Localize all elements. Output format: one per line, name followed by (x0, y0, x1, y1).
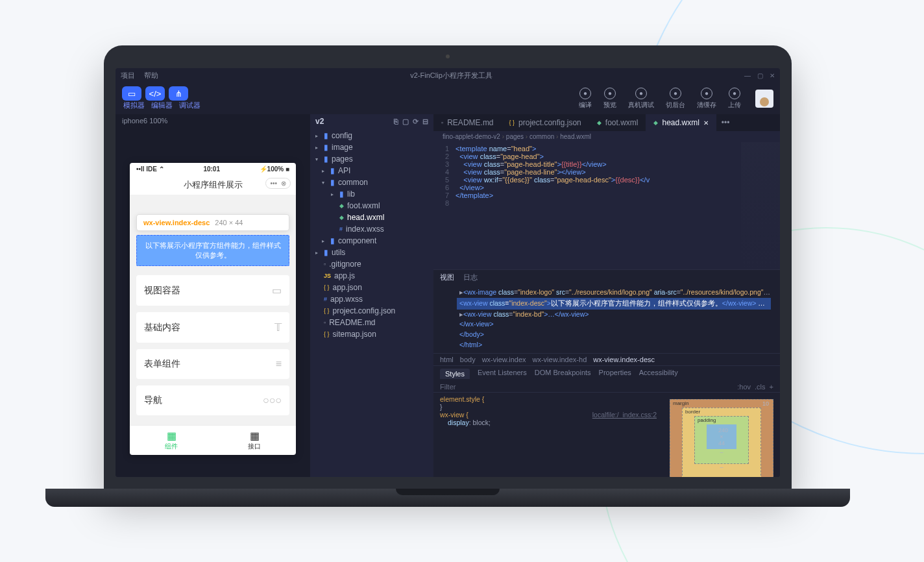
code-editor[interactable]: 1<template name="head">2 <view class="pa… (433, 142, 780, 269)
inspector-tooltip: wx-view.index-desc 240 × 44 (136, 214, 289, 231)
status-right: ⚡100% ■ (260, 165, 289, 173)
tree-item[interactable]: { }project.config.json (310, 305, 433, 317)
tree-item[interactable]: ▸▮image (310, 141, 433, 153)
dom-breadcrumb[interactable]: htmlbodywx-view.indexwx-view.index-hdwx-… (433, 353, 780, 366)
close-icon[interactable]: ✕ (770, 72, 775, 79)
new-folder-icon[interactable]: ▢ (402, 117, 409, 126)
tree-item[interactable]: ◆head.wxml (310, 212, 433, 223)
titlebar: 项目 帮助 v2-FinClip小程序开发工具 — ▢ ✕ (116, 68, 780, 82)
collapse-icon[interactable]: ⊟ (422, 117, 428, 126)
toolbar-action[interactable]: ●编译 (579, 88, 592, 110)
camera-dot (446, 55, 450, 58)
capsule-button[interactable]: •••⊗ (265, 178, 291, 189)
tree-item[interactable]: ▸▮component (310, 235, 433, 247)
tree-item[interactable]: ▸▮utils (310, 247, 433, 258)
avatar[interactable] (755, 90, 773, 108)
devtools-tab[interactable]: 视图 (440, 273, 454, 282)
status-time: 10:01 (203, 165, 220, 173)
refresh-icon[interactable]: ⟳ (413, 117, 419, 126)
mode-label: 编辑器 (151, 101, 173, 110)
tree-item[interactable]: #index.wxss (310, 223, 433, 235)
styles-tab[interactable]: Styles (440, 369, 470, 379)
toolbar-action[interactable]: ●清缓存 (697, 88, 716, 110)
add-rule[interactable]: + (770, 383, 773, 391)
tree-item[interactable]: ▫README.md (310, 317, 433, 328)
menu-project[interactable]: 项目 (121, 71, 135, 80)
more-icon[interactable]: ••• (716, 118, 735, 127)
tree-item[interactable]: ▾▮common (310, 177, 433, 188)
laptop-base (45, 489, 850, 507)
window-title: v2-FinClip小程序开发工具 (158, 71, 744, 80)
list-item[interactable]: 视图容器▭ (136, 275, 289, 306)
toolbar-action[interactable]: ●切后台 (666, 88, 685, 110)
tree-item[interactable]: ▸▮config (310, 130, 433, 141)
tabbar-item[interactable]: ▦组件 (130, 426, 213, 455)
tree-item[interactable]: JSapp.js (310, 270, 433, 282)
hov-toggle[interactable]: :hov (737, 383, 751, 391)
simulator-toggle[interactable]: ▭ (122, 86, 141, 101)
tabbar-item[interactable]: ▦接口 (213, 426, 296, 455)
tree-item[interactable]: ▸▮API (310, 165, 433, 177)
editor-toggle[interactable]: </> (145, 86, 165, 101)
cls-toggle[interactable]: .cls (755, 383, 766, 391)
mode-label: 模拟器 (123, 101, 145, 110)
tree-item[interactable]: { }sitemap.json (310, 328, 433, 340)
highlighted-element: 以下将展示小程序官方组件能力，组件样式仅供参考。 (136, 235, 289, 266)
list-item[interactable]: 导航○○○ (136, 385, 289, 415)
editor-tab[interactable]: ▫README.md (433, 114, 502, 131)
dom-tree[interactable]: ▸<wx-image class="index-logo" src="../re… (433, 285, 780, 353)
styles-pane[interactable]: element.style {}</span><span class="sel2… (433, 393, 663, 478)
devtools-tab[interactable]: 日志 (463, 273, 478, 282)
list-item[interactable]: 表单组件≡ (136, 349, 289, 379)
tree-item[interactable]: #app.wxss (310, 293, 433, 305)
phone-frame: ••Il IDE ⌃ 10:01 ⚡100% ■ 小程序组件展示 •••⊗ wx… (130, 163, 296, 455)
close-icon[interactable]: ✕ (703, 119, 709, 127)
ide-window: 项目 帮助 v2-FinClip小程序开发工具 — ▢ ✕ ▭ </> ⋔ 模拟… (116, 68, 780, 477)
list-item[interactable]: 基础内容𝕋 (136, 312, 289, 343)
simulator-panel: iphone6 100% ••Il IDE ⌃ 10:01 ⚡100% ■ 小程… (116, 114, 310, 477)
tree-item[interactable]: ▾▮pages (310, 153, 433, 165)
page-title: 小程序组件展示 (184, 180, 243, 189)
toolbar-action[interactable]: ●预览 (603, 88, 616, 110)
box-model: margin 10 border padding 240 × 44 – – – (663, 393, 780, 478)
maximize-icon[interactable]: ▢ (757, 72, 763, 79)
editor-tab[interactable]: { }project.config.json (502, 114, 589, 131)
styles-tab[interactable]: DOM Breakpoints (535, 369, 591, 379)
toolbar-action[interactable]: ●真机调试 (628, 88, 654, 110)
styles-tab[interactable]: Event Listeners (478, 369, 527, 379)
tree-item[interactable]: ◆foot.wxml (310, 200, 433, 212)
file-explorer: v2 ⎘ ▢ ⟳ ⊟ ▸▮config▸▮image▾▮pages▸▮API▾▮… (310, 114, 433, 477)
breadcrumb: fino-applet-demo-v2pagescommonhead.wxml (433, 131, 780, 142)
devtools-panel: 视图 日志 ▸<wx-image class="index-logo" src=… (433, 269, 780, 477)
status-left: ••Il IDE ⌃ (136, 165, 164, 173)
tree-item[interactable]: ▫.gitignore (310, 258, 433, 270)
editor-tabs: ▫README.md{ }project.config.json◆foot.wx… (433, 114, 780, 131)
new-file-icon[interactable]: ⎘ (394, 117, 398, 126)
debugger-toggle[interactable]: ⋔ (169, 86, 188, 101)
editor-tab[interactable]: ◆head.wxml✕ (646, 114, 716, 131)
menu-help[interactable]: 帮助 (144, 71, 158, 80)
tree-item[interactable]: { }app.json (310, 282, 433, 293)
tree-item[interactable]: ▸▮lib (310, 188, 433, 200)
styles-tab[interactable]: Properties (599, 369, 631, 379)
editor-tab[interactable]: ◆foot.wxml (589, 114, 646, 131)
laptop-frame: 项目 帮助 v2-FinClip小程序开发工具 — ▢ ✕ ▭ </> ⋔ 模拟… (104, 45, 792, 507)
minimap[interactable] (741, 142, 780, 269)
toolbar-action[interactable]: ●上传 (728, 88, 741, 110)
styles-tab[interactable]: Accessibility (639, 369, 678, 379)
styles-filter[interactable]: Filter (440, 383, 456, 391)
project-root[interactable]: v2 (315, 117, 324, 126)
device-label: iphone6 100% (116, 114, 310, 127)
toolbar: ▭ </> ⋔ 模拟器 编辑器 调试器 ●编译●预览●真机调试●切后台●清缓存●… (116, 82, 780, 114)
mode-label: 调试器 (179, 101, 201, 110)
minimize-icon[interactable]: — (744, 72, 751, 79)
